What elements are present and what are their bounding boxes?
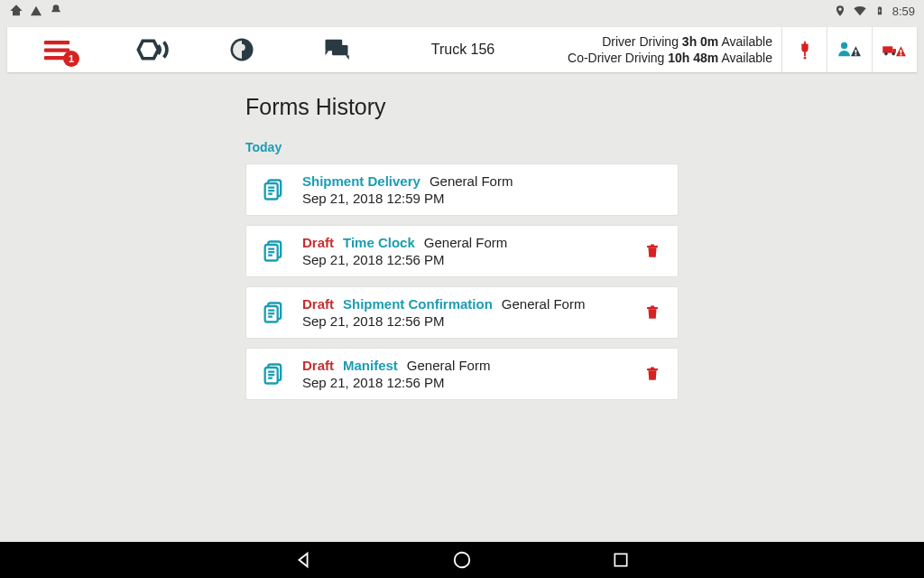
form-timestamp: Sep 21, 2018 12:56 PM bbox=[302, 252, 640, 267]
form-type: General Form bbox=[424, 235, 508, 250]
svg-point-46 bbox=[455, 553, 470, 568]
form-type: General Form bbox=[430, 173, 513, 189]
nav-back-button[interactable] bbox=[291, 548, 315, 572]
svg-rect-7 bbox=[332, 45, 348, 55]
form-card[interactable]: Shipment Delivery General Form Sep 21, 2… bbox=[245, 163, 679, 216]
circle-home-icon bbox=[452, 550, 472, 570]
notif-icon-2 bbox=[29, 4, 43, 18]
svg-rect-10 bbox=[855, 50, 856, 53]
hos-codriver-line: Co-Driver Driving 10h 48m Available bbox=[568, 50, 772, 66]
section-today: Today bbox=[245, 140, 679, 154]
plug-alert-icon bbox=[795, 38, 815, 61]
menu-button[interactable]: 1 bbox=[7, 27, 106, 72]
nav-home-button[interactable] bbox=[450, 548, 474, 572]
triangle-back-icon bbox=[293, 550, 313, 570]
dot-logo-icon bbox=[228, 36, 255, 63]
form-card[interactable]: Draft Time Clock General Form Sep 21, 20… bbox=[245, 225, 679, 277]
svg-rect-45 bbox=[651, 368, 655, 369]
android-nav-bar bbox=[0, 542, 924, 578]
svg-rect-38 bbox=[651, 306, 655, 308]
hos-summary[interactable]: Driver Driving 3h 0m Available Co-Driver… bbox=[540, 27, 781, 72]
svg-rect-37 bbox=[647, 307, 658, 309]
dot-button[interactable] bbox=[197, 27, 287, 72]
trash-icon bbox=[644, 242, 661, 260]
wifi-icon bbox=[853, 4, 867, 18]
draft-tag: Draft bbox=[302, 358, 334, 373]
delete-button[interactable] bbox=[640, 238, 665, 264]
nav-recent-button[interactable] bbox=[609, 548, 633, 572]
truck-alert-icon bbox=[882, 40, 908, 60]
alert-button-3[interactable] bbox=[872, 27, 917, 72]
svg-rect-30 bbox=[647, 246, 658, 247]
svg-point-14 bbox=[884, 52, 888, 56]
menu-badge: 1 bbox=[63, 51, 79, 67]
app-toolbar: 1 Truck 156 Driver Driving 3h 0m Availab… bbox=[7, 27, 917, 72]
clock-text: 8:59 bbox=[892, 5, 915, 18]
svg-point-8 bbox=[803, 57, 806, 60]
trash-icon bbox=[644, 365, 661, 383]
location-icon bbox=[833, 4, 847, 18]
form-timestamp: Sep 21, 2018 12:56 PM bbox=[302, 313, 640, 329]
alert-button-2[interactable] bbox=[827, 27, 872, 72]
svg-rect-17 bbox=[900, 54, 901, 56]
form-name: Time Clock bbox=[343, 235, 415, 250]
form-card[interactable]: Draft Manifest General Form Sep 21, 2018… bbox=[245, 348, 679, 400]
svg-rect-47 bbox=[614, 554, 626, 565]
form-name: Manifest bbox=[343, 358, 398, 373]
delete-button[interactable] bbox=[640, 300, 665, 325]
dvir-button[interactable] bbox=[106, 27, 197, 72]
draft-tag: Draft bbox=[302, 296, 334, 312]
svg-rect-44 bbox=[647, 368, 658, 370]
form-type: General Form bbox=[407, 358, 491, 373]
page-title: Forms History bbox=[245, 94, 679, 120]
draft-tag: Draft bbox=[302, 235, 334, 250]
vehicle-label[interactable]: Truck 156 bbox=[386, 27, 540, 72]
square-recent-icon bbox=[612, 551, 630, 569]
chat-icon bbox=[321, 36, 352, 63]
svg-point-15 bbox=[892, 52, 895, 56]
svg-rect-31 bbox=[651, 245, 655, 247]
svg-marker-3 bbox=[138, 41, 158, 59]
svg-rect-16 bbox=[900, 50, 901, 53]
form-timestamp: Sep 21, 2018 12:59 PM bbox=[302, 191, 665, 206]
svg-rect-0 bbox=[44, 41, 69, 44]
notif-icon-1 bbox=[9, 4, 23, 18]
android-status-bar: 8:59 bbox=[0, 0, 924, 22]
hexagon-icon bbox=[132, 36, 171, 63]
svg-rect-11 bbox=[855, 54, 856, 56]
messages-button[interactable] bbox=[287, 27, 386, 72]
hos-driver-line: Driver Driving 3h 0m Available bbox=[602, 33, 772, 50]
battery-icon bbox=[873, 4, 887, 18]
form-type: General Form bbox=[502, 296, 586, 312]
notif-icon-3 bbox=[49, 4, 63, 18]
person-alert-icon bbox=[837, 40, 863, 60]
form-name: Shipment Confirmation bbox=[343, 296, 493, 312]
form-icon bbox=[259, 237, 288, 266]
form-name: Shipment Delivery bbox=[302, 173, 420, 189]
main-content: Forms History Today Shipment Delivery Ge… bbox=[0, 72, 924, 542]
form-icon bbox=[259, 298, 288, 327]
trash-icon bbox=[644, 303, 661, 322]
alert-button-1[interactable] bbox=[781, 27, 827, 72]
form-card[interactable]: Draft Shipment Confirmation General Form… bbox=[245, 286, 679, 339]
form-icon bbox=[259, 359, 288, 388]
vehicle-text: Truck 156 bbox=[431, 42, 495, 58]
svg-point-5 bbox=[238, 44, 245, 51]
svg-rect-12 bbox=[882, 46, 892, 52]
svg-point-9 bbox=[840, 42, 846, 49]
delete-button[interactable] bbox=[640, 361, 665, 387]
form-icon bbox=[259, 175, 288, 204]
form-timestamp: Sep 21, 2018 12:56 PM bbox=[302, 375, 640, 390]
forms-list: Shipment Delivery General Form Sep 21, 2… bbox=[245, 163, 679, 400]
